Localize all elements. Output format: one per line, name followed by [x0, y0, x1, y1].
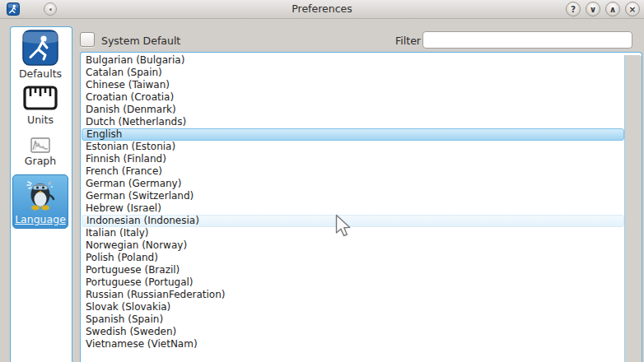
language-row[interactable]: Slovak (Slovakia) [82, 301, 624, 313]
language-row[interactable]: Portuguese (Portugal) [82, 276, 624, 289]
mouse-cursor-icon [335, 214, 351, 238]
sidebar-item-label: Units [27, 114, 54, 126]
language-row[interactable]: Swedish (Sweden) [82, 326, 624, 338]
language-row[interactable]: Dutch (Netherlands) [82, 116, 624, 128]
vertical-scrollbar[interactable] [624, 55, 642, 362]
language-row[interactable]: Indonesian (Indonesia) [82, 215, 624, 227]
shade-button[interactable]: ∨ [586, 2, 600, 16]
graph-icon [30, 137, 50, 153]
language-row[interactable]: French (France) [82, 165, 624, 178]
keep-above-button[interactable]: ∧ [605, 2, 620, 16]
titlebar: Preferences ? ∨ ∧ × [0, 0, 644, 19]
filter-label: Filter [395, 35, 421, 47]
language-row[interactable]: German (Switzerland) [82, 190, 624, 202]
sidebar-item-units[interactable]: Units [12, 84, 68, 126]
system-default-checkbox[interactable] [80, 32, 95, 47]
language-row[interactable]: Spanish (Spain) [82, 313, 624, 326]
language-row[interactable]: Danish (Denmark) [82, 104, 624, 116]
language-row[interactable]: English [82, 128, 624, 141]
language-row[interactable]: Finnish (Finland) [82, 153, 624, 165]
sidebar-item-defaults[interactable]: Defaults [12, 30, 68, 80]
language-row[interactable]: Catalan (Spain) [82, 67, 624, 79]
sidebar-item-language[interactable]: Language [12, 174, 68, 229]
system-default-label: System Default [101, 35, 180, 47]
ruler-icon [22, 84, 58, 112]
language-list-frame: Bulgarian (Bulgaria) Catalan (Spain) Chi… [80, 52, 642, 362]
filter-input[interactable] [422, 31, 632, 49]
language-row[interactable]: Estonian (Estonia) [82, 141, 624, 153]
language-row[interactable]: Vietnamese (VietNam) [82, 338, 624, 350]
close-button[interactable]: × [625, 2, 640, 16]
sidebar-item-label: Language [15, 213, 66, 225]
language-row[interactable]: German (Germany) [82, 178, 624, 190]
preferences-sidebar: Defaults Units Graph [10, 26, 72, 362]
language-row[interactable]: Polish (Poland) [82, 252, 624, 264]
window-title: Preferences [0, 2, 644, 15]
language-row[interactable]: Hebrew (Israel) [82, 202, 624, 215]
language-row[interactable]: Russian (RussianFederation) [82, 289, 624, 301]
language-row[interactable]: Italian (Italy) [82, 227, 624, 239]
language-row[interactable]: Croatian (Croatia) [82, 91, 624, 104]
penguin-icon [22, 177, 58, 211]
language-list: Bulgarian (Bulgaria) Catalan (Spain) Chi… [82, 54, 624, 362]
language-row[interactable]: Norwegian (Norway) [82, 239, 624, 252]
language-row[interactable]: Portuguese (Brazil) [82, 264, 624, 276]
language-row[interactable]: Bulgarian (Bulgaria) [82, 54, 624, 67]
sidebar-item-graph[interactable]: Graph [12, 137, 68, 167]
diver-icon [22, 30, 58, 66]
help-button[interactable]: ? [566, 2, 581, 16]
sidebar-item-label: Graph [25, 155, 56, 167]
sidebar-item-label: Defaults [19, 67, 62, 80]
language-row[interactable]: Chinese (Taiwan) [82, 79, 624, 91]
